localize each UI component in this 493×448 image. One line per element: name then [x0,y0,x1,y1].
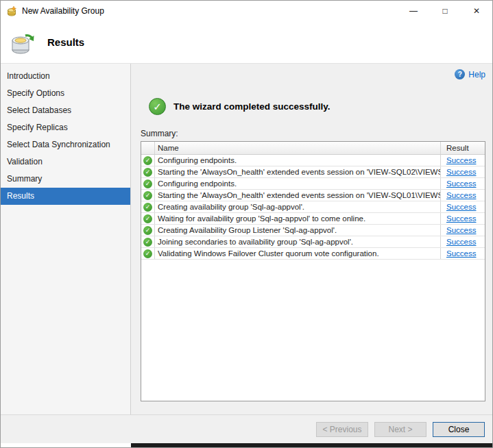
summary-table: Name Result ✓ Configuring endpoints. Suc… [141,141,485,401]
maximize-button[interactable]: □ [429,1,461,21]
task-name: Waiting for availability group 'Sql-ag-a… [155,213,441,224]
window-title: New Availability Group [22,6,398,16]
task-name: Starting the 'AlwaysOn_health' extended … [155,190,441,201]
success-check-icon: ✓ [149,98,166,115]
window-controls: — □ ✕ [398,1,492,21]
wizard-window: New Availability Group — □ ✕ Results Int… [0,0,493,448]
success-link[interactable]: Success [446,203,476,211]
success-link[interactable]: Success [446,168,476,176]
sidebar-item-select-data-synchronization[interactable]: Select Data Synchronization [1,136,130,153]
table-row: ✓ Starting the 'AlwaysOn_health' extende… [141,166,485,178]
table-row: ✓ Creating availability group 'Sql-ag-ap… [141,201,485,213]
wizard-body: Introduction Specify Options Select Data… [1,64,492,414]
sidebar-item-specify-replicas[interactable]: Specify Replicas [1,119,130,136]
success-link[interactable]: Success [446,249,476,258]
close-button[interactable]: Close [433,422,485,437]
task-name: Joining secondaries to availability grou… [155,236,441,247]
database-refresh-icon [9,29,36,56]
task-name: Starting the 'AlwaysOn_health' extended … [155,166,441,177]
success-check-icon: ✓ [143,238,152,247]
completion-status: ✓ The wizard completed successfully. [149,98,485,115]
bottom-edge [1,443,492,447]
icon-column-header [141,142,155,154]
name-column-header: Name [155,142,441,154]
success-check-icon: ✓ [143,203,152,212]
next-button[interactable]: Next > [374,422,426,437]
table-row: ✓ Starting the 'AlwaysOn_health' extende… [141,190,485,201]
app-icon [6,5,17,16]
close-window-button[interactable]: ✕ [461,1,492,21]
success-link[interactable]: Success [446,214,476,223]
success-check-icon: ✓ [143,168,152,177]
bottom-edge-left [1,443,131,447]
table-row: ✓ Configuring endpoints. Success [141,155,485,166]
success-check-icon: ✓ [143,226,152,235]
help-label: Help [468,70,485,79]
wizard-steps-sidebar: Introduction Specify Options Select Data… [1,64,131,414]
previous-button[interactable]: < Previous [316,422,368,437]
summary-table-header: Name Result [141,142,485,155]
success-link[interactable]: Success [446,238,476,246]
result-column-header: Result [441,142,485,154]
bottom-edge-dark [131,443,492,447]
task-name: Creating availability group 'Sql-ag-appv… [155,201,441,212]
success-check-icon: ✓ [143,214,152,223]
success-check-icon: ✓ [143,179,152,188]
page-title: Results [47,36,84,48]
summary-label: Summary: [141,129,485,138]
task-name: Validating Windows Failover Cluster quor… [155,248,441,259]
table-row: ✓ Creating Availability Group Listener '… [141,225,485,236]
sidebar-item-validation[interactable]: Validation [1,153,130,171]
success-check-icon: ✓ [143,156,152,165]
success-link[interactable]: Success [446,156,476,164]
sidebar-item-results[interactable]: Results [1,188,130,205]
success-link[interactable]: Success [446,179,476,188]
task-name: Configuring endpoints. [155,178,441,189]
wizard-header: Results [1,21,492,64]
table-row: ✓ Configuring endpoints. Success [141,178,485,190]
help-row: ? Help [141,69,485,82]
minimize-button[interactable]: — [398,1,429,21]
table-row: ✓ Joining secondaries to availability gr… [141,236,485,248]
titlebar: New Availability Group — □ ✕ [1,1,492,21]
task-name: Creating Availability Group Listener 'Sq… [155,225,441,236]
success-link[interactable]: Success [446,226,476,234]
sidebar-item-select-databases[interactable]: Select Databases [1,102,130,119]
results-panel: ? Help ✓ The wizard completed successful… [131,64,492,414]
help-link[interactable]: ? Help [455,69,485,79]
table-row: ✓ Waiting for availability group 'Sql-ag… [141,213,485,225]
task-name: Configuring endpoints. [155,155,441,166]
sidebar-item-specify-options[interactable]: Specify Options [1,85,130,102]
success-link[interactable]: Success [446,191,476,199]
sidebar-item-introduction[interactable]: Introduction [1,68,130,85]
footer-button-bar: < Previous Next > Close [1,414,492,443]
sidebar-item-summary[interactable]: Summary [1,171,130,188]
success-check-icon: ✓ [143,191,152,200]
help-icon: ? [455,69,465,79]
completion-message: The wizard completed successfully. [173,101,330,112]
table-row: ✓ Validating Windows Failover Cluster qu… [141,248,485,260]
success-check-icon: ✓ [143,249,152,258]
